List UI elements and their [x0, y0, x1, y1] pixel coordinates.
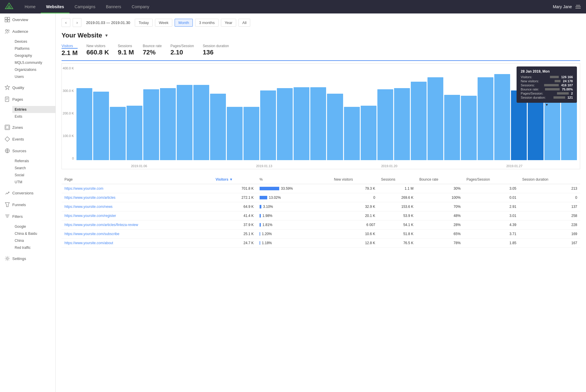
sidebar-sub-organizations[interactable]: Organizations	[12, 66, 55, 73]
chart-bar[interactable]	[361, 106, 377, 160]
svg-point-22	[6, 258, 8, 259]
sidebar-sub-referrals[interactable]: Referrals	[12, 158, 55, 165]
date-prev-button[interactable]: ‹	[62, 18, 70, 27]
y-label-200k: 200.0 K	[62, 112, 74, 115]
stat-sessions[interactable]: Sessions 9.1 M	[118, 44, 134, 57]
cell-bounce-rate: 100%	[416, 193, 464, 202]
chart-bar[interactable]	[93, 92, 109, 160]
sidebar-sub-red-traffic[interactable]: Red traffic	[12, 244, 55, 251]
sidebar-sub-google[interactable]: Google	[12, 223, 55, 230]
chart-bar[interactable]	[327, 94, 343, 160]
col-session-duration[interactable]: Session duration	[519, 175, 580, 184]
date-btn-month[interactable]: Month	[175, 19, 193, 27]
cell-page[interactable]: https://www.yoursite.com/news	[62, 202, 213, 211]
sidebar-sub-exits[interactable]: Exits	[12, 113, 55, 120]
sidebar-item-funnels[interactable]: Funnels	[0, 199, 55, 210]
chart-bar[interactable]	[377, 89, 393, 160]
chart-bar[interactable]	[260, 90, 276, 160]
chart-bar[interactable]	[478, 77, 493, 160]
sidebar-sub-search[interactable]: Search	[12, 165, 55, 172]
sidebar-item-overview[interactable]: Overview	[0, 14, 55, 25]
date-btn-3months[interactable]: 3 months	[195, 19, 218, 27]
website-dropdown-arrow[interactable]: ▼	[105, 33, 109, 38]
chart-bar[interactable]	[210, 94, 226, 160]
chart-bar[interactable]	[394, 88, 410, 160]
chart-bar[interactable]	[277, 88, 293, 160]
sidebar-item-quality[interactable]: Quality	[0, 82, 55, 93]
x-label-0113: 2019.01.13	[256, 164, 272, 168]
user-menu-icon[interactable]	[575, 4, 581, 10]
cell-page[interactable]: https://www.yoursite.com/subscribe	[62, 230, 213, 239]
chart-bar[interactable]	[494, 74, 510, 160]
nav-campaigns[interactable]: Campaigns	[69, 0, 101, 13]
chart-bar[interactable]	[227, 107, 243, 160]
chart-bar[interactable]	[243, 107, 259, 160]
stat-new-visitors[interactable]: New visitors 660.8 K	[86, 44, 109, 57]
date-btn-year[interactable]: Year	[221, 19, 236, 27]
stat-session-duration[interactable]: Session duration 136	[203, 44, 229, 57]
chart-bar[interactable]	[294, 87, 309, 160]
cell-page[interactable]: https://www.yoursite.com/articles	[62, 193, 213, 202]
chart-bar[interactable]	[193, 85, 209, 160]
date-next-button[interactable]: ›	[73, 18, 81, 27]
sidebar-section-sources: Sources Referrals Search Social UTM	[0, 145, 55, 187]
svg-point-6	[6, 30, 7, 31]
stat-pages-session[interactable]: Pages/Session 2.10	[171, 44, 194, 57]
chart-bar[interactable]	[160, 88, 176, 160]
chart-bar[interactable]	[76, 88, 92, 160]
date-btn-week[interactable]: Week	[155, 19, 172, 27]
sidebar-item-conversions[interactable]: Conversions	[0, 187, 55, 198]
sidebar-item-pages[interactable]: Pages	[0, 94, 55, 105]
chart-bar[interactable]	[143, 89, 159, 160]
sidebar-item-filters[interactable]: Filters	[0, 211, 55, 222]
chart-bar[interactable]	[411, 82, 427, 160]
sidebar-item-events[interactable]: Events	[0, 133, 55, 145]
sidebar-sub-users[interactable]: Users	[12, 73, 55, 80]
sidebar-item-zones[interactable]: Zones	[0, 122, 55, 133]
stat-visitors[interactable]: Visitors 2.1 M	[62, 44, 78, 57]
svg-marker-18	[5, 203, 9, 207]
nav-websites[interactable]: Websites	[41, 0, 69, 13]
cell-page[interactable]: https://www.yoursite.com/articles/fintez…	[62, 220, 213, 230]
chart-bar[interactable]	[110, 107, 126, 160]
chart-bar[interactable]	[310, 87, 326, 160]
sidebar-sub-entries[interactable]: Entries	[12, 106, 55, 113]
sidebar-section-settings: Settings	[0, 253, 55, 264]
top-navigation: Home Websites Campaigns Banners Company …	[0, 0, 586, 13]
col-bounce-rate[interactable]: Bounce rate	[416, 175, 464, 184]
sidebar-sub-china-baidu[interactable]: China & Baidu	[12, 230, 55, 237]
cell-page[interactable]: https://www.yoursite.com/about	[62, 239, 213, 248]
nav-banners[interactable]: Banners	[100, 0, 126, 13]
sidebar-sub-geography[interactable]: Geography	[12, 52, 55, 59]
sidebar-sub-platforms[interactable]: Platforms	[12, 45, 55, 52]
stat-bounce-rate[interactable]: Bounce rate 72%	[143, 44, 162, 57]
cell-page[interactable]: https://www.yoursite.com	[62, 184, 213, 193]
chart-bar[interactable]	[427, 77, 443, 160]
date-btn-today[interactable]: Today	[135, 19, 153, 27]
sidebar-sub-social[interactable]: Social	[12, 172, 55, 179]
sidebar-sub-devices[interactable]: Devices	[12, 38, 55, 45]
cell-page[interactable]: https://www.yoursite.com/register	[62, 211, 213, 220]
sidebar-section-conversions: Conversions	[0, 187, 55, 198]
nav-company[interactable]: Company	[127, 0, 155, 13]
chart-bar[interactable]	[127, 106, 142, 160]
col-sessions[interactable]: Sessions	[378, 175, 417, 184]
sidebar-item-sources[interactable]: Sources	[0, 145, 55, 156]
logo[interactable]	[5, 2, 13, 11]
col-new-visitors[interactable]: New visitors	[331, 175, 378, 184]
col-visitors[interactable]: Visitors ▼	[213, 175, 257, 184]
nav-home[interactable]: Home	[19, 0, 41, 13]
col-pages-session[interactable]: Pages/Session	[464, 175, 519, 184]
chart-bar[interactable]	[461, 96, 477, 160]
sidebar-item-settings[interactable]: Settings	[0, 253, 55, 264]
cell-visitors: 24.7 K	[213, 239, 257, 248]
stat-visitors-label: Visitors	[62, 44, 78, 49]
sidebar-sub-mql5[interactable]: MQL5.community	[12, 59, 55, 66]
sidebar-item-audience[interactable]: Audience	[0, 26, 55, 37]
sidebar-sub-utm[interactable]: UTM	[12, 179, 55, 186]
date-btn-all[interactable]: All	[239, 19, 250, 27]
chart-bar[interactable]	[444, 95, 460, 160]
chart-bar[interactable]	[177, 85, 193, 160]
sidebar-sub-china[interactable]: China	[12, 237, 55, 244]
chart-bar[interactable]	[344, 107, 360, 160]
